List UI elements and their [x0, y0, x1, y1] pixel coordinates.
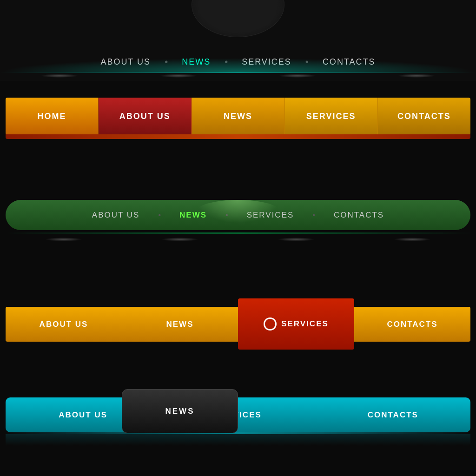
navbar-5: ABOUT US SERVICES CONTACTS NEWS [6, 397, 470, 432]
nav3-about-us[interactable]: ABOUT US [73, 211, 159, 220]
nav5-news-label: NEWS [165, 407, 195, 416]
nav4-services-active-label: SERVICES [281, 319, 329, 329]
navbar-4: ABOUT US NEWS SERVICES CONTACTS SERVICES [6, 307, 470, 342]
nav2-home[interactable]: HOME [6, 98, 99, 135]
nav5-contacts[interactable]: CONTACTS [316, 397, 470, 432]
gspot-2 [161, 238, 198, 241]
nav1-glow-spots [0, 74, 476, 78]
nav5-reflection [6, 434, 470, 446]
glow-spot-4 [398, 74, 435, 78]
nav2-services[interactable]: SERVICES [285, 98, 378, 135]
nav2-about-us[interactable]: ABOUT US [99, 98, 192, 135]
gspot-3 [278, 238, 315, 241]
nav5-news-tab[interactable]: NEWS [122, 389, 238, 433]
navbar-1: ABOUT US • NEWS • SERVICES • CONTACTS [0, 0, 476, 81]
nav4-news[interactable]: NEWS [122, 307, 238, 342]
glow-spot-3 [279, 74, 316, 78]
nav3-contacts[interactable]: CONTACTS [315, 211, 403, 220]
gspot-4 [394, 238, 431, 241]
glow-spot-1 [41, 74, 78, 78]
nav2-contacts[interactable]: CONTACTS [378, 98, 470, 135]
nav2-bottom-bar [6, 134, 470, 139]
navbar-2: HOME ABOUT US NEWS SERVICES CONTACTS [6, 98, 470, 135]
nav1-glow-effect [0, 58, 476, 72]
glow-spot-2 [160, 74, 197, 78]
nav2-news[interactable]: NEWS [192, 98, 284, 135]
nav4-services-circle-icon [264, 317, 277, 331]
nav1-logo-bump [192, 0, 284, 37]
nav3-glow-spots [6, 235, 470, 244]
navbar-3: ABOUT US • NEWS • SERVICES • CONTACTS [6, 200, 470, 230]
nav4-contacts[interactable]: CONTACTS [354, 307, 470, 342]
nav3-highlight [196, 200, 280, 223]
nav4-services-active-tab[interactable]: SERVICES [238, 298, 354, 350]
gspot-1 [45, 238, 82, 241]
nav3-glow-line [6, 232, 470, 234]
nav4-about-us[interactable]: ABOUT US [6, 307, 122, 342]
nav1-glow-line [0, 72, 476, 73]
